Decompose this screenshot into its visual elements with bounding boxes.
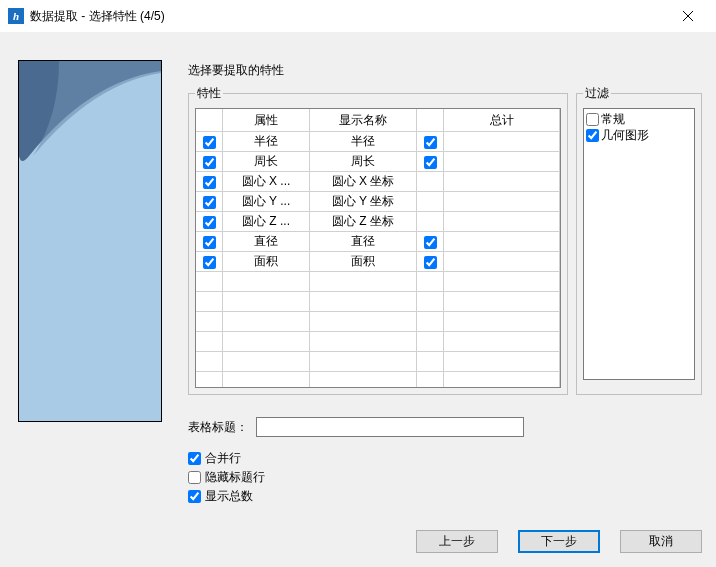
filter-checkbox[interactable] xyxy=(586,129,599,142)
row-attr-cell: 半径 xyxy=(223,132,310,152)
row-display-cell[interactable]: 半径 xyxy=(310,132,417,152)
page-content: 选择要提取的特性 特性 属性 显示名称 总计 xyxy=(188,62,702,517)
table-row[interactable]: 半径半径 xyxy=(196,132,560,152)
row-select-checkbox[interactable] xyxy=(203,196,216,209)
table-row[interactable]: 面积面积 xyxy=(196,252,560,272)
option-hide-header[interactable]: 隐藏标题行 xyxy=(188,468,702,487)
dialog-window: h 数据提取 - 选择特性 (4/5) 选择要提取的特性 特性 xyxy=(0,0,716,567)
client-area: 选择要提取的特性 特性 属性 显示名称 总计 xyxy=(0,32,716,567)
row-attr-cell: 面积 xyxy=(223,252,310,272)
row-total-cell xyxy=(444,232,560,252)
option-hide-header-label: 隐藏标题行 xyxy=(205,469,265,486)
table-row-empty xyxy=(196,372,560,389)
row-total-checkbox[interactable] xyxy=(424,156,437,169)
close-button[interactable] xyxy=(668,2,708,30)
row-display-cell[interactable]: 圆心 X 坐标 xyxy=(310,172,417,192)
filter-legend: 过滤 xyxy=(583,85,611,102)
filter-label: 常规 xyxy=(601,111,625,128)
row-total-cell xyxy=(444,252,560,272)
wizard-banner-image xyxy=(18,60,162,422)
next-button[interactable]: 下一步 xyxy=(518,530,600,553)
row-display-cell[interactable]: 面积 xyxy=(310,252,417,272)
row-select-checkbox[interactable] xyxy=(203,156,216,169)
row-attr-cell: 圆心 Y ... xyxy=(223,192,310,212)
cancel-button[interactable]: 取消 xyxy=(620,530,702,553)
table-row-empty xyxy=(196,292,560,312)
row-attr-cell: 直径 xyxy=(223,232,310,252)
row-display-cell[interactable]: 直径 xyxy=(310,232,417,252)
row-select-checkbox[interactable] xyxy=(203,236,216,249)
close-icon xyxy=(683,11,693,21)
wizard-button-row: 上一步 下一步 取消 xyxy=(416,530,702,553)
row-total-cell xyxy=(444,152,560,172)
titlebar: h 数据提取 - 选择特性 (4/5) xyxy=(0,0,716,32)
option-hide-header-checkbox[interactable] xyxy=(188,471,201,484)
window-title: 数据提取 - 选择特性 (4/5) xyxy=(30,8,165,25)
table-row[interactable]: 圆心 Y ...圆心 Y 坐标 xyxy=(196,192,560,212)
row-attr-cell: 周长 xyxy=(223,152,310,172)
filter-item[interactable]: 几何图形 xyxy=(586,127,692,143)
row-select-checkbox[interactable] xyxy=(203,216,216,229)
table-row-empty xyxy=(196,272,560,292)
table-row[interactable]: 周长周长 xyxy=(196,152,560,172)
row-display-cell[interactable]: 周长 xyxy=(310,152,417,172)
row-attr-cell: 圆心 Z ... xyxy=(223,212,310,232)
option-show-totals-checkbox[interactable] xyxy=(188,490,201,503)
filter-item[interactable]: 常规 xyxy=(586,111,692,127)
row-total-cell xyxy=(444,212,560,232)
page-heading: 选择要提取的特性 xyxy=(188,62,702,79)
option-merge-rows[interactable]: 合并行 xyxy=(188,449,702,468)
app-icon: h xyxy=(8,8,24,24)
table-row[interactable]: 圆心 X ...圆心 X 坐标 xyxy=(196,172,560,192)
row-total-cell xyxy=(444,132,560,152)
table-row-empty xyxy=(196,332,560,352)
filter-group: 过滤 常规几何图形 xyxy=(576,85,702,395)
col-header-attr[interactable]: 属性 xyxy=(223,109,310,132)
table-row[interactable]: 直径直径 xyxy=(196,232,560,252)
properties-group: 特性 属性 显示名称 总计 xyxy=(188,85,568,395)
option-show-totals[interactable]: 显示总数 xyxy=(188,487,702,506)
col-header-total[interactable]: 总计 xyxy=(444,109,560,132)
properties-legend: 特性 xyxy=(195,85,223,102)
back-button[interactable]: 上一步 xyxy=(416,530,498,553)
row-attr-cell: 圆心 X ... xyxy=(223,172,310,192)
row-select-checkbox[interactable] xyxy=(203,136,216,149)
table-row-empty xyxy=(196,312,560,332)
row-total-checkbox[interactable] xyxy=(424,256,437,269)
row-select-checkbox[interactable] xyxy=(203,256,216,269)
row-total-cell xyxy=(444,172,560,192)
option-show-totals-label: 显示总数 xyxy=(205,488,253,505)
row-total-checkbox[interactable] xyxy=(424,136,437,149)
properties-table[interactable]: 属性 显示名称 总计 半径半径周长周长圆心 X ...圆心 X 坐标圆心 Y .… xyxy=(195,108,561,388)
table-title-input[interactable] xyxy=(256,417,524,437)
table-title-label: 表格标题： xyxy=(188,419,248,436)
row-total-cell xyxy=(444,192,560,212)
row-select-checkbox[interactable] xyxy=(203,176,216,189)
col-header-total-check[interactable] xyxy=(417,109,444,132)
row-display-cell[interactable]: 圆心 Z 坐标 xyxy=(310,212,417,232)
filter-checkbox[interactable] xyxy=(586,113,599,126)
filter-label: 几何图形 xyxy=(601,127,649,144)
option-merge-rows-checkbox[interactable] xyxy=(188,452,201,465)
option-merge-rows-label: 合并行 xyxy=(205,450,241,467)
table-row[interactable]: 圆心 Z ...圆心 Z 坐标 xyxy=(196,212,560,232)
table-row-empty xyxy=(196,352,560,372)
row-total-checkbox[interactable] xyxy=(424,236,437,249)
filter-list: 常规几何图形 xyxy=(583,108,695,380)
col-header-select[interactable] xyxy=(196,109,223,132)
col-header-disp[interactable]: 显示名称 xyxy=(310,109,417,132)
row-display-cell[interactable]: 圆心 Y 坐标 xyxy=(310,192,417,212)
